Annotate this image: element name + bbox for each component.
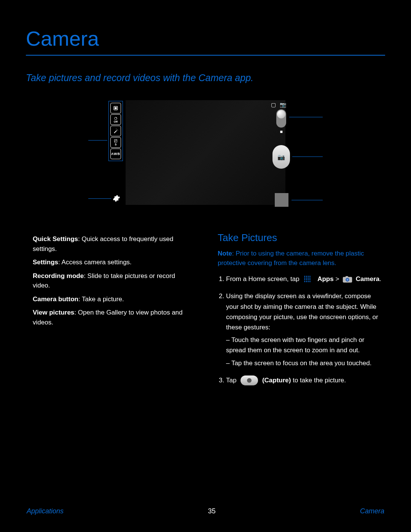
step-item: From a Home screen, tap Apps > Camera. — [226, 274, 385, 284]
leader-line — [88, 140, 107, 141]
leader-line — [289, 117, 323, 117]
gallery-thumbnail — [275, 193, 288, 207]
svg-point-18 — [309, 279, 311, 280]
svg-point-3 — [117, 129, 117, 129]
svg-rect-24 — [346, 276, 348, 278]
viewfinder — [126, 100, 285, 205]
camera-illustration: Off 5 AWB ▢ 📷 ■ 📷 — [103, 100, 308, 211]
svg-point-8 — [306, 276, 307, 277]
exposure-icon: 5 — [110, 137, 121, 148]
leader-line — [292, 200, 323, 200]
leader-line — [88, 198, 111, 199]
sub-bullet: Touch the screen with two fingers and pi… — [226, 335, 385, 355]
svg-point-26 — [347, 279, 349, 281]
footer-left: Applications — [27, 507, 64, 515]
camera-app-icon — [342, 275, 352, 284]
footer-right: Camera — [360, 507, 384, 515]
svg-point-4 — [118, 130, 118, 131]
shutter-button: 📷 — [272, 145, 290, 169]
quick-settings-bar: Off 5 AWB — [108, 101, 123, 161]
settings-icon — [112, 194, 121, 203]
capture-button-icon — [241, 375, 258, 385]
recording-mode-toggle: ■ — [276, 109, 286, 134]
svg-point-22 — [309, 281, 311, 282]
camera-icon: 📷 — [280, 102, 286, 108]
svg-point-11 — [304, 278, 306, 279]
storage-icon — [110, 103, 121, 113]
svg-point-20 — [306, 281, 307, 282]
step-item: Using the display screen as a viewfinder… — [226, 291, 385, 368]
timer-off-icon: Off — [110, 114, 121, 125]
video-icon: ■ — [276, 129, 286, 134]
sub-bullet: Tap the screen to focus on the area you … — [226, 358, 385, 368]
title-divider — [26, 55, 385, 56]
svg-point-19 — [304, 281, 306, 282]
awb-icon: AWB — [110, 149, 121, 159]
callout-item: Settings: Access camera settings. — [33, 257, 193, 267]
page-number: 35 — [208, 507, 216, 515]
device-icon: ▢ — [271, 102, 276, 108]
svg-point-15 — [304, 279, 306, 280]
svg-point-7 — [304, 276, 306, 277]
note-text: Note: Prior to using the camera, remove … — [218, 249, 385, 268]
mode-indicators: ▢ 📷 — [271, 102, 286, 108]
svg-point-5 — [116, 129, 116, 129]
callout-item: Quick Settings: Quick access to frequent… — [33, 234, 193, 254]
svg-point-13 — [308, 278, 309, 279]
step-item: Tap (Capture) to take the picture. — [226, 375, 385, 386]
svg-point-14 — [309, 278, 311, 279]
svg-point-9 — [308, 276, 309, 277]
callout-item: Recording mode: Slide to take pictures o… — [33, 271, 193, 291]
page-title: Camera — [26, 27, 385, 50]
callout-item: View pictures: Open the Gallery to view … — [33, 308, 193, 327]
callout-item: Camera button: Take a picture. — [33, 294, 193, 304]
steps-list: From a Home screen, tap Apps > Camera. U… — [218, 274, 385, 385]
section-heading: Take Pictures — [218, 232, 385, 244]
svg-point-17 — [308, 279, 309, 280]
page-subtitle: Take pictures and record videos with the… — [26, 72, 385, 83]
callout-list: Quick Settings: Quick access to frequent… — [26, 232, 193, 392]
effects-icon — [110, 126, 121, 136]
page-footer: Applications 35 Camera — [0, 507, 411, 515]
svg-rect-1 — [115, 107, 116, 109]
apps-icon — [303, 275, 314, 284]
svg-point-12 — [306, 278, 307, 279]
svg-point-21 — [308, 281, 309, 282]
leader-line — [292, 157, 323, 157]
svg-point-10 — [309, 276, 311, 277]
svg-point-16 — [306, 279, 307, 280]
